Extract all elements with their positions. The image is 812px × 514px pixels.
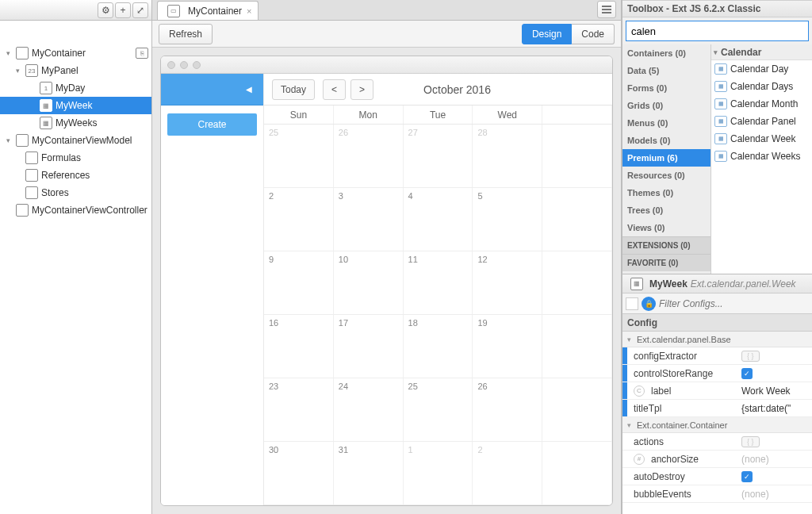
- toolbox-item[interactable]: ▦Calendar Month: [711, 95, 812, 113]
- calendar-cell[interactable]: 28: [473, 125, 542, 187]
- calendar-icon: ▦: [714, 63, 727, 75]
- calendar-cell[interactable]: 24: [334, 378, 404, 441]
- config-row-anchorSize[interactable]: #anchorSize(none): [622, 451, 812, 468]
- design-canvas[interactable]: Create Today < > October 2016 SunMonTueW…: [152, 48, 621, 514]
- filter-configs-input[interactable]: [659, 298, 809, 309]
- calendar-cell[interactable]: 1: [404, 442, 473, 504]
- calendar-cell[interactable]: [542, 125, 612, 187]
- calendar-cell[interactable]: 25: [404, 378, 473, 441]
- collapse-sidebar-button[interactable]: [161, 74, 263, 105]
- calendar-cell[interactable]: 10: [334, 251, 404, 314]
- toolbox-category[interactable]: Models (0): [622, 132, 710, 149]
- tree-node-references[interactable]: References: [0, 167, 151, 184]
- tree-node-mypanel[interactable]: ▾23MyPanel: [0, 62, 151, 79]
- config-row-bubbleEvents[interactable]: bubbleEvents(none): [622, 485, 812, 503]
- calendar-cell[interactable]: 26: [473, 378, 542, 441]
- calendar-cell[interactable]: 2: [264, 188, 334, 251]
- config-row-controlStoreRange[interactable]: controlStoreRange✓: [622, 365, 812, 382]
- calendar-cell[interactable]: [542, 442, 612, 504]
- lock-icon[interactable]: 🔒: [642, 297, 656, 311]
- config-group[interactable]: Ext.calendar.panel.Base: [622, 332, 812, 347]
- calendar-cell[interactable]: 31: [334, 442, 404, 504]
- calendar-cell[interactable]: 2: [473, 442, 542, 504]
- tree-node-mycontainerviewmodel[interactable]: ▾MyContainerViewModel: [0, 132, 151, 149]
- toolbox-category[interactable]: Grids (0): [622, 97, 710, 114]
- today-button[interactable]: Today: [272, 79, 315, 100]
- design-button[interactable]: Design: [522, 24, 572, 44]
- toolbox-category[interactable]: Forms (0): [622, 79, 710, 97]
- calendar-cell[interactable]: 16: [264, 315, 334, 378]
- traffic-light-min[interactable]: [180, 61, 188, 69]
- tree-node-mycontainerviewcontroller[interactable]: MyContainerViewController: [0, 201, 151, 219]
- toolbox-item[interactable]: ▦Calendar Day: [711, 60, 812, 78]
- calendar-cell[interactable]: 5: [473, 188, 542, 251]
- toolbox-search[interactable]: [626, 21, 809, 41]
- tree-node-mycontainer[interactable]: ▾MyContainer⎘: [0, 44, 151, 62]
- calendar-cell[interactable]: 12: [473, 251, 542, 314]
- traffic-light-max[interactable]: [193, 61, 201, 69]
- close-icon[interactable]: ×: [247, 6, 251, 16]
- tree-node-myweeks[interactable]: ▦MyWeeks: [0, 114, 151, 132]
- config-row-label[interactable]: ClabelWork Week: [622, 382, 812, 400]
- calendar-cell[interactable]: 27: [404, 125, 473, 187]
- toolbox-category[interactable]: Themes (0): [622, 184, 710, 201]
- refresh-button[interactable]: Refresh: [159, 24, 213, 44]
- toolbox-category[interactable]: Premium (6): [622, 149, 710, 167]
- calendar-cell[interactable]: [542, 378, 612, 441]
- toolbox-category[interactable]: Menus (0): [622, 114, 710, 132]
- traffic-light-close[interactable]: [167, 61, 175, 69]
- toolbox-category[interactable]: Data (5): [622, 62, 710, 79]
- filter-checkbox[interactable]: [626, 297, 638, 310]
- calendar-cell[interactable]: 11: [404, 251, 473, 314]
- toolbox-item[interactable]: ▦Calendar Weeks: [711, 148, 812, 165]
- next-button[interactable]: >: [350, 79, 373, 100]
- expand-icon[interactable]: ⤢: [132, 2, 148, 18]
- toolbox-category[interactable]: Containers (0): [622, 44, 710, 62]
- calendar-cell[interactable]: 19: [473, 315, 542, 378]
- toolbox-category[interactable]: Resources (0): [622, 167, 710, 184]
- tree-node-myday[interactable]: 1MyDay: [0, 79, 151, 97]
- calendar-cell[interactable]: 23: [264, 378, 334, 441]
- gear-icon[interactable]: ⚙: [98, 2, 113, 18]
- day-header: Wed: [473, 105, 542, 124]
- hamburger-icon[interactable]: [597, 1, 616, 18]
- config-group[interactable]: Ext.container.Container: [622, 417, 812, 433]
- tree-node-myweek[interactable]: ▦MyWeek: [0, 97, 151, 114]
- calendar-topbar: Today < > October 2016: [264, 74, 612, 105]
- toolbox-item[interactable]: ▦Calendar Days: [711, 78, 812, 95]
- calendar-cell[interactable]: [542, 251, 612, 314]
- create-button[interactable]: Create: [167, 113, 257, 136]
- toolbox-category[interactable]: FAVORITE (0): [622, 254, 710, 271]
- toolbox-item[interactable]: ▦Calendar Panel: [711, 113, 812, 130]
- config-header: Config: [622, 314, 812, 332]
- calendar-icon: ▦: [630, 278, 643, 290]
- toolbox-search-input[interactable]: [626, 21, 808, 40]
- toolbox-category[interactable]: EXTENSIONS (0): [622, 236, 710, 254]
- calendar-cell[interactable]: 26: [334, 125, 404, 187]
- calendar-cell[interactable]: 25: [264, 125, 334, 187]
- toolbox-category[interactable]: Trees (0): [622, 201, 710, 219]
- tree-node-formulas[interactable]: Formulas: [0, 149, 151, 167]
- calendar-cell[interactable]: [542, 188, 612, 251]
- tree-node-stores[interactable]: Stores: [0, 184, 151, 201]
- plus-icon[interactable]: +: [115, 2, 131, 18]
- config-row-configExtractor[interactable]: configExtractor{ }: [622, 347, 812, 365]
- calendar-cell[interactable]: 3: [334, 188, 404, 251]
- tab-mycontainer[interactable]: ▭ MyContainer ×: [157, 1, 259, 20]
- toolbox-item[interactable]: ▦Calendar Week: [711, 130, 812, 148]
- calendar-cell[interactable]: [542, 315, 612, 378]
- config-row-actions[interactable]: actions{ }: [622, 433, 812, 451]
- toolbox-group-header[interactable]: Calendar: [711, 44, 812, 60]
- config-row-autoDestroy[interactable]: autoDestroy✓: [622, 468, 812, 485]
- prev-button[interactable]: <: [323, 79, 346, 100]
- view-toggle: Design Code: [522, 24, 615, 44]
- calendar-cell[interactable]: 17: [334, 315, 404, 378]
- calendar-cell[interactable]: 30: [264, 442, 334, 504]
- config-row-titleTpl[interactable]: titleTpl{start:date(": [622, 400, 812, 417]
- code-button[interactable]: Code: [572, 24, 615, 44]
- calendar-cell[interactable]: 18: [404, 315, 473, 378]
- calendar-cell[interactable]: 9: [264, 251, 334, 314]
- calendar-cell[interactable]: 4: [404, 188, 473, 251]
- right-panel: Toolbox - Ext JS 6.2.x Classic Container…: [622, 0, 812, 514]
- toolbox-category[interactable]: Views (0): [622, 219, 710, 236]
